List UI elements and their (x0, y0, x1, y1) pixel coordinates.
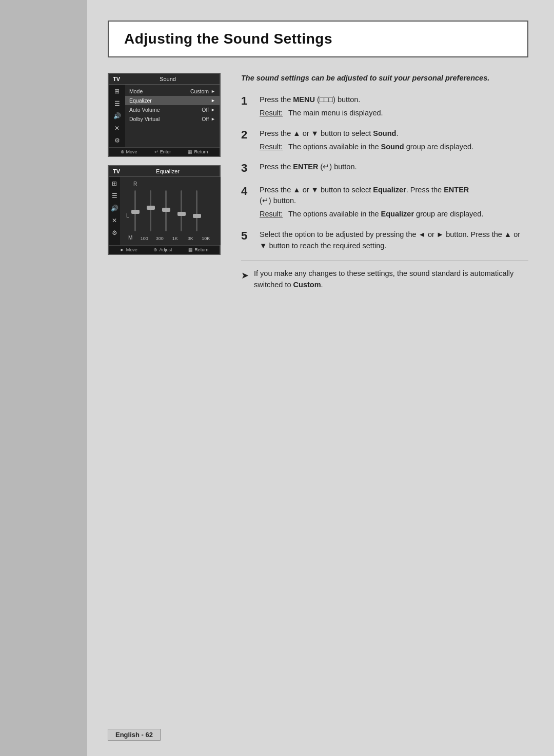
footer-enter: ↵ Enter (154, 149, 171, 154)
note-section: ➤ If you make any changes to these setti… (241, 261, 528, 291)
sound-menu-header: TV Sound (109, 74, 220, 85)
eq-slider-100 (129, 188, 141, 234)
sound-menu-footer: ⊕ Move ↵ Enter ▦ Return (109, 147, 220, 156)
steps-list: 1 Press the MENU (□□□) button. Result: T… (241, 94, 528, 251)
tv-label-1: TV (113, 76, 120, 82)
tv-icon-sound: 🔊 (111, 111, 123, 121)
tv-icon-adj2: ⚙ (109, 228, 120, 237)
sound-menu-body: ⊞ ☰ 🔊 ✕ ⚙ Mode Custom ► (109, 85, 220, 147)
tv-icon-adjust: ⚙ (111, 136, 123, 145)
step-5: 5 Select the option to be adjusted by pr… (241, 229, 528, 252)
eq-menu-header: TV Equalizer (109, 166, 220, 177)
footer-move: ⊕ Move (121, 149, 137, 154)
eq-menu-body: ⊞ ☰ 🔊 ✕ ⚙ R L (109, 177, 220, 245)
eq-menu-footer: ► Move ⊕ Adjust ▦ Return (109, 245, 220, 254)
step-3-number: 3 (241, 162, 252, 175)
sound-menu-title: Sound (160, 76, 176, 82)
page-footer: English - 62 (87, 729, 554, 741)
eq-freq-labels: 100 300 1K 3K 10K (134, 236, 215, 241)
tv-icons-1: ⊞ ☰ 🔊 ✕ ⚙ (109, 85, 125, 147)
tv-icon-channel: ⊞ (111, 87, 123, 96)
eq-rl-labels: R (125, 181, 215, 187)
main-content: Adjusting the Sound Settings TV Sound ⊞ … (87, 0, 554, 756)
eq-menu-title: Equalizer (156, 168, 180, 174)
step-4: 4 Press the ▲ or ▼ button to select Equa… (241, 185, 528, 220)
right-panel: The sound settings can be adjusted to su… (241, 73, 528, 291)
note-text: If you make any changes to these setting… (254, 268, 528, 291)
eq-slider-300 (145, 188, 156, 234)
step-3: 3 Press the ENTER (↵) button. (241, 162, 528, 175)
title-box: Adjusting the Sound Settings (108, 21, 528, 57)
tv-icon-settings: ☰ (111, 99, 123, 108)
menu-row-equalizer: Equalizer ► (125, 96, 220, 105)
tv-icon-x2: ✕ (109, 216, 120, 225)
tv-icon-x: ✕ (111, 124, 123, 133)
tv-label-2: TV (113, 168, 120, 174)
body-layout: TV Sound ⊞ ☰ 🔊 ✕ ⚙ (108, 73, 528, 291)
tv-icon-snd2: 🔊 (109, 204, 120, 213)
intro-text: The sound settings can be adjusted to su… (241, 73, 528, 83)
step-5-number: 5 (241, 229, 252, 243)
sound-menu-screen: TV Sound ⊞ ☰ 🔊 ✕ ⚙ (108, 73, 221, 157)
step-2-number: 2 (241, 128, 252, 142)
tv-icon-ch2: ⊞ (109, 179, 120, 188)
step-5-content: Select the option to be adjusted by pres… (260, 229, 528, 252)
step-2-result: Result: The options available in the Sou… (260, 142, 528, 153)
menu-row-auto-volume: Auto Volume Off ► (125, 105, 220, 114)
left-panel: TV Sound ⊞ ☰ 🔊 ✕ ⚙ (108, 73, 226, 255)
sound-menu-items: Mode Custom ► Equalizer ► (125, 85, 220, 147)
eq-slider-10k (191, 188, 202, 234)
step-1: 1 Press the MENU (□□□) button. Result: T… (241, 94, 528, 119)
step-2-content: Press the ▲ or ▼ button to select Sound.… (260, 128, 528, 153)
menu-row-mode: Mode Custom ► (125, 87, 220, 96)
step-4-content: Press the ▲ or ▼ button to select Equali… (260, 185, 528, 220)
step-2: 2 Press the ▲ or ▼ button to select Soun… (241, 128, 528, 153)
footer-return: ▦ Return (188, 149, 208, 154)
step-1-result: Result: The main menu is displayed. (260, 108, 528, 119)
note-arrow-icon: ➤ (241, 269, 249, 291)
eq-footer-return: ▦ Return (188, 247, 208, 252)
step-1-number: 1 (241, 94, 252, 108)
tv-icon-set2: ☰ (109, 191, 120, 201)
step-3-content: Press the ENTER (↵) button. (260, 162, 528, 173)
tv-icons-2: ⊞ ☰ 🔊 ✕ ⚙ (109, 177, 120, 245)
menu-row-dolby: Dolby Virtual Off ► (125, 114, 220, 124)
eq-sliders-area: L (125, 188, 215, 234)
step-1-content: Press the MENU (□□□) button. Result: The… (260, 94, 528, 119)
eq-slider-1k (160, 188, 171, 234)
eq-slider-3k (175, 188, 187, 234)
page-title: Adjusting the Sound Settings (124, 31, 512, 47)
footer-page-label: English - 62 (108, 729, 161, 741)
step-4-number: 4 (241, 185, 252, 198)
eq-bottom-row: M 100 300 1K 3K 10K (125, 234, 215, 241)
eq-display: R L (120, 177, 221, 245)
eq-sliders (125, 188, 206, 234)
eq-menu-screen: TV Equalizer ⊞ ☰ 🔊 ✕ ⚙ (108, 165, 221, 255)
eq-footer-adjust: ⊕ Adjust (153, 247, 172, 252)
step-4-result: Result: The options available in the Equ… (260, 209, 528, 220)
eq-footer-move: ► Move (120, 247, 137, 252)
sidebar (0, 0, 87, 756)
